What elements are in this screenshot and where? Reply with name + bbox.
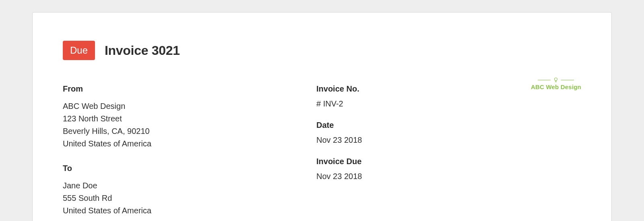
from-address: ABC Web Design 123 North Street Beverly … (63, 100, 316, 150)
addresses-column: From ABC Web Design 123 North Street Bev… (63, 84, 316, 217)
invoice-number-block: Invoice No. # INV-2 (316, 84, 457, 108)
invoice-body: From ABC Web Design 123 North Street Bev… (63, 84, 581, 217)
to-street: 555 South Rd (63, 192, 316, 204)
lightbulb-icon (553, 77, 559, 83)
meta-column: Invoice No. # INV-2 Date Nov 23 2018 Inv… (316, 84, 457, 217)
from-section: From ABC Web Design 123 North Street Bev… (63, 84, 316, 150)
invoice-due-label: Invoice Due (316, 157, 457, 166)
to-name: Jane Doe (63, 179, 316, 192)
invoice-due-block: Invoice Due Nov 23 2018 (316, 157, 457, 181)
company-logo: ABC Web Design (531, 77, 581, 90)
to-section: To Jane Doe 555 South Rd United States o… (63, 164, 316, 217)
from-label: From (63, 84, 316, 94)
logo-decoration (531, 77, 581, 83)
invoice-due-value: Nov 23 2018 (316, 172, 457, 181)
from-name: ABC Web Design (63, 100, 316, 113)
invoice-date-value: Nov 23 2018 (316, 136, 457, 145)
status-badge: Due (63, 41, 95, 60)
invoice-number-value: # INV-2 (316, 99, 457, 108)
invoice-date-block: Date Nov 23 2018 (316, 121, 457, 145)
logo-line-left (538, 80, 551, 80)
from-street: 123 North Street (63, 113, 316, 125)
invoice-title: Invoice 3021 (105, 43, 180, 58)
to-country: United States of America (63, 204, 316, 217)
invoice-header: Due Invoice 3021 (63, 41, 581, 60)
logo-text: ABC Web Design (531, 83, 581, 90)
from-city: Beverly Hills, CA, 90210 (63, 125, 316, 138)
logo-line-right (561, 80, 574, 80)
to-address: Jane Doe 555 South Rd United States of A… (63, 179, 316, 217)
invoice-card: Due Invoice 3021 From ABC Web Design 123… (32, 12, 612, 221)
invoice-number-label: Invoice No. (316, 84, 457, 94)
from-country: United States of America (63, 138, 316, 150)
invoice-date-label: Date (316, 121, 457, 130)
to-label: To (63, 164, 316, 173)
